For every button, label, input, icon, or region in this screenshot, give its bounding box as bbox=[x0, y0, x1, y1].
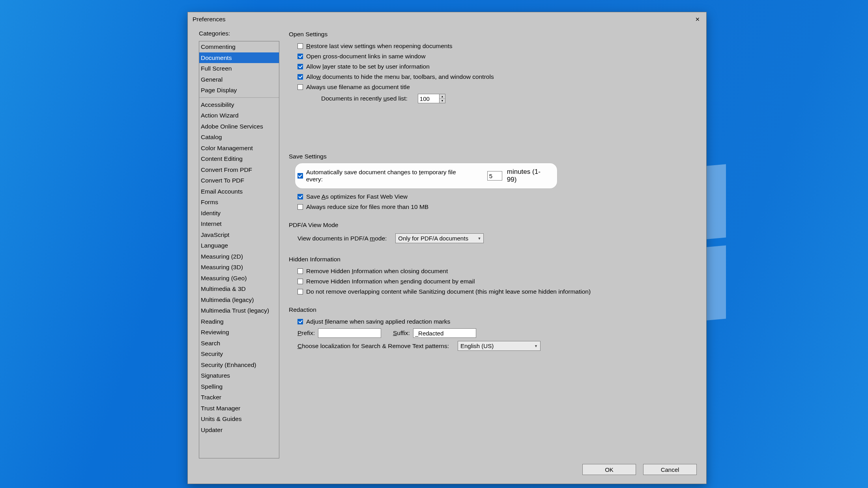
categories-label: Categories: bbox=[199, 30, 279, 37]
dialog-footer: OK Cancel bbox=[188, 458, 706, 484]
layer-state-label: Allow layer state to be set by user info… bbox=[306, 63, 430, 70]
category-item[interactable]: Measuring (2D) bbox=[199, 251, 279, 262]
cross-doc-links-label: Open cross-document links in same window bbox=[306, 53, 425, 60]
recent-list-spinner[interactable]: ▲▼ bbox=[418, 94, 445, 103]
category-item[interactable]: Multimedia & 3D bbox=[199, 283, 279, 294]
layer-state-checkbox[interactable] bbox=[297, 64, 303, 69]
category-item[interactable]: Measuring (Geo) bbox=[199, 273, 279, 284]
category-item[interactable]: Content Editing bbox=[199, 153, 279, 164]
group-save-title: Save Settings bbox=[289, 153, 697, 160]
category-item[interactable]: Spelling bbox=[199, 381, 279, 392]
locale-label: Choose localization for Search & Remove … bbox=[297, 343, 449, 350]
category-item[interactable]: Units & Guides bbox=[199, 413, 279, 425]
overlap-checkbox[interactable] bbox=[297, 289, 303, 294]
category-separator bbox=[199, 97, 279, 98]
category-item[interactable]: Identity bbox=[199, 208, 279, 219]
category-item[interactable]: Internet bbox=[199, 218, 279, 229]
reduce-size-label: Always reduce size for files more than 1… bbox=[306, 203, 428, 210]
chevron-down-icon: ▼ bbox=[477, 237, 481, 240]
remove-on-close-label: Remove Hidden Information when closing d… bbox=[306, 268, 448, 275]
hide-bars-label: Allow documents to hide the menu bar, to… bbox=[306, 73, 494, 80]
recent-list-input[interactable] bbox=[418, 94, 439, 103]
category-item[interactable]: Measuring (3D) bbox=[199, 262, 279, 273]
category-item[interactable]: Security (Enhanced) bbox=[199, 359, 279, 371]
remove-on-close-checkbox[interactable] bbox=[297, 268, 303, 274]
category-item[interactable]: Tracker bbox=[199, 392, 279, 403]
pdfa-mode-label: View documents in PDF/A mode: bbox=[297, 235, 387, 242]
ok-button[interactable]: OK bbox=[582, 464, 636, 475]
fast-web-checkbox[interactable] bbox=[297, 194, 303, 199]
adjust-filename-label: Adjust filename when saving applied reda… bbox=[306, 318, 450, 325]
overlap-label: Do not remove overlapping content while … bbox=[306, 288, 591, 295]
locale-combo[interactable]: English (US)▼ bbox=[458, 341, 541, 351]
category-item[interactable]: Updater bbox=[199, 425, 279, 436]
category-item[interactable]: Color Management bbox=[199, 143, 279, 154]
autosave-highlight: Automatically save document changes to t… bbox=[295, 163, 557, 188]
group-open-title: Open Settings bbox=[289, 31, 697, 38]
category-item[interactable]: Language bbox=[199, 240, 279, 251]
category-item[interactable]: Signatures bbox=[199, 370, 279, 381]
cancel-button[interactable]: Cancel bbox=[643, 464, 697, 475]
category-item[interactable]: Full Screen bbox=[199, 63, 279, 74]
category-item[interactable]: Trust Manager bbox=[199, 403, 279, 414]
window-title: Preferences bbox=[193, 16, 692, 23]
category-item[interactable]: Convert To PDF bbox=[199, 175, 279, 186]
group-hidden-title: Hidden Information bbox=[289, 256, 697, 263]
group-pdfa-title: PDF/A View Mode bbox=[289, 222, 697, 229]
remove-on-send-label: Remove Hidden Information when sending d… bbox=[306, 278, 475, 285]
chevron-down-icon: ▼ bbox=[534, 344, 538, 348]
category-item[interactable]: Multimedia Trust (legacy) bbox=[199, 305, 279, 316]
hide-bars-checkbox[interactable] bbox=[297, 74, 303, 80]
chevron-up-icon[interactable]: ▲ bbox=[440, 94, 445, 99]
adjust-filename-checkbox[interactable] bbox=[297, 319, 303, 324]
restore-view-checkbox[interactable] bbox=[297, 43, 303, 49]
category-item[interactable]: Reading bbox=[199, 316, 279, 327]
titlebar[interactable]: Preferences ✕ bbox=[188, 12, 706, 26]
suffix-input[interactable] bbox=[413, 328, 476, 338]
group-redaction-title: Redaction bbox=[289, 306, 697, 313]
category-item[interactable]: JavaScript bbox=[199, 229, 279, 240]
filename-as-title-checkbox[interactable] bbox=[297, 84, 303, 90]
prefix-label: Prefix: bbox=[297, 330, 315, 337]
autosave-minutes-input[interactable] bbox=[487, 171, 502, 181]
category-item[interactable]: Search bbox=[199, 338, 279, 349]
category-item[interactable]: Page Display bbox=[199, 85, 279, 96]
category-item[interactable]: Convert From PDF bbox=[199, 164, 279, 175]
category-item[interactable]: Commenting bbox=[199, 41, 279, 52]
fast-web-label: Save As optimizes for Fast Web View bbox=[306, 193, 408, 200]
category-item[interactable]: Adobe Online Services bbox=[199, 121, 279, 132]
category-item[interactable]: Action Wizard bbox=[199, 110, 279, 121]
autosave-suffix: minutes (1-99) bbox=[507, 168, 549, 184]
reduce-size-checkbox[interactable] bbox=[297, 204, 303, 210]
autosave-label: Automatically save document changes to t… bbox=[306, 169, 471, 183]
chevron-down-icon[interactable]: ▼ bbox=[440, 99, 445, 103]
category-item[interactable]: Forms bbox=[199, 197, 279, 208]
category-item[interactable]: Security bbox=[199, 348, 279, 359]
category-item[interactable]: Documents bbox=[199, 52, 279, 63]
close-icon[interactable]: ✕ bbox=[692, 15, 703, 24]
remove-on-send-checkbox[interactable] bbox=[297, 279, 303, 284]
category-item[interactable]: Reviewing bbox=[199, 327, 279, 338]
autosave-checkbox[interactable] bbox=[297, 173, 303, 179]
desktop: Preferences ✕ Categories: CommentingDocu… bbox=[0, 0, 868, 488]
category-item[interactable]: Accessibility bbox=[199, 99, 279, 110]
pdfa-mode-combo[interactable]: Only for PDF/A documents▼ bbox=[395, 233, 484, 243]
prefix-input[interactable] bbox=[318, 328, 381, 338]
category-item[interactable]: Multimedia (legacy) bbox=[199, 294, 279, 305]
category-item[interactable]: General bbox=[199, 74, 279, 85]
suffix-label: Suffix: bbox=[393, 330, 410, 337]
category-item[interactable]: Email Accounts bbox=[199, 186, 279, 197]
cross-doc-links-checkbox[interactable] bbox=[297, 54, 303, 59]
preferences-dialog: Preferences ✕ Categories: CommentingDocu… bbox=[187, 12, 707, 484]
category-item[interactable]: Catalog bbox=[199, 132, 279, 143]
filename-as-title-label: Always use filename as document title bbox=[306, 84, 410, 91]
restore-view-label: Restore last view settings when reopenin… bbox=[306, 43, 453, 50]
recent-list-label: Documents in recently used list: bbox=[321, 95, 408, 102]
categories-list[interactable]: CommentingDocumentsFull ScreenGeneralPag… bbox=[199, 41, 279, 458]
